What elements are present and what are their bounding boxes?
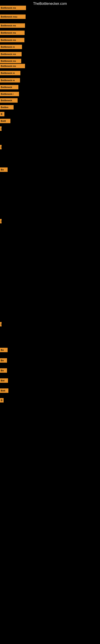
bottleneck-bar-9: Bottleneck re xyxy=(0,71,20,75)
bottleneck-bar-19: Bo xyxy=(0,168,8,172)
bottleneck-bar-11: Bottleneck xyxy=(0,85,18,89)
bottleneck-bar-7: Bottleneck res xyxy=(0,59,21,63)
bottleneck-bar-27: B xyxy=(0,398,3,402)
bottleneck-bar-2: Bottleneck res xyxy=(0,23,25,28)
bottleneck-bar-6: Bottleneck res xyxy=(0,52,22,56)
bottleneck-bar-16: Bottl xyxy=(0,119,10,123)
bottleneck-bar-24: Bo xyxy=(0,368,7,373)
bottleneck-bar-23: Bo xyxy=(0,358,7,363)
bottleneck-bar-4: Bottleneck res xyxy=(0,38,24,42)
bottleneck-bar-15: B xyxy=(0,112,4,116)
bottleneck-bar-22: Bo xyxy=(0,348,8,352)
bottleneck-bar-10: Bottleneck re xyxy=(0,78,20,82)
bottleneck-bar-12: Bottleneck r xyxy=(0,92,19,96)
bottleneck-bar-20: | xyxy=(0,219,1,224)
bottleneck-bar-17: | xyxy=(0,126,1,131)
bottleneck-bar-5: Bottleneck re xyxy=(0,45,22,49)
bottleneck-bar-13: Bottleneck xyxy=(0,98,18,103)
bottleneck-bar-18: | xyxy=(0,145,1,149)
bottleneck-bar-0: Bottleneck res xyxy=(0,6,26,10)
bottleneck-bar-26: Bott xyxy=(0,388,8,393)
bottleneck-bar-1: Bottleneck resu xyxy=(0,14,26,19)
bottleneck-bar-8: Bottleneck res xyxy=(0,64,25,68)
bottleneck-bar-25: Bot xyxy=(0,378,8,383)
bottleneck-bar-14: Bottlen xyxy=(0,105,14,110)
bottleneck-bar-3: Bottleneck res xyxy=(0,30,25,35)
bottleneck-bar-21: | xyxy=(0,322,1,326)
